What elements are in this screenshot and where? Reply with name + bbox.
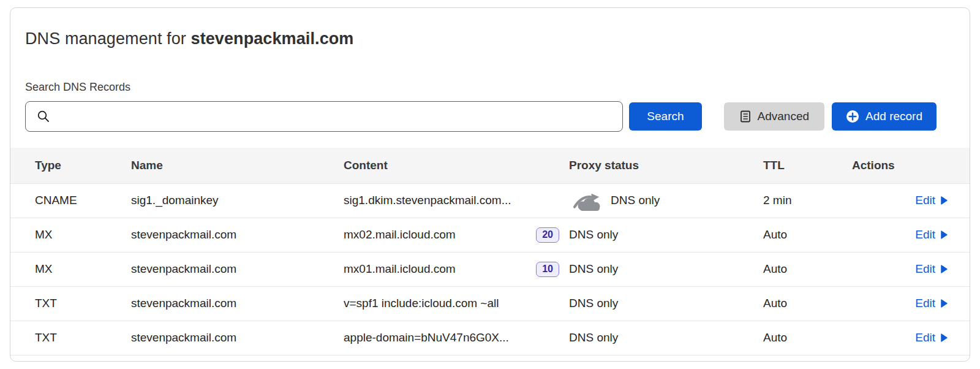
actions-cell: Edit bbox=[852, 252, 970, 286]
record-name: stevenpackmail.com bbox=[131, 286, 344, 321]
advanced-button[interactable]: Advanced bbox=[724, 102, 825, 131]
caret-right-icon bbox=[940, 265, 948, 273]
caret-right-icon bbox=[940, 333, 948, 342]
record-name: stevenpackmail.com bbox=[131, 321, 344, 355]
add-record-button-label: Add record bbox=[865, 110, 922, 123]
record-type: MX bbox=[10, 252, 131, 286]
search-button[interactable]: Search bbox=[629, 102, 701, 131]
proxy-status-cell: DNS only bbox=[569, 252, 763, 286]
edit-label: Edit bbox=[915, 262, 935, 276]
edit-label: Edit bbox=[915, 228, 935, 242]
add-record-button[interactable]: Add record bbox=[832, 102, 937, 131]
record-content: sig1.dkim.stevenpackmail.com... bbox=[344, 194, 569, 207]
record-ttl: Auto bbox=[763, 218, 852, 252]
table-row: TXT stevenpackmail.com apple-domain=bNuV… bbox=[10, 321, 970, 355]
edit-record-button[interactable]: Edit bbox=[915, 262, 948, 276]
edit-record-button[interactable]: Edit bbox=[915, 331, 948, 344]
dns-records-table: Type Name Content Proxy status TTL Actio… bbox=[10, 148, 970, 356]
record-type: MX bbox=[10, 218, 131, 252]
edit-record-button[interactable]: Edit bbox=[915, 194, 948, 207]
record-ttl: Auto bbox=[763, 321, 852, 355]
table-row: MX stevenpackmail.com mx02.mail.icloud.c… bbox=[10, 218, 970, 252]
proxy-status-text: DNS only bbox=[611, 194, 660, 207]
proxy-status-text: DNS only bbox=[569, 331, 618, 344]
record-name: sig1._domainkey bbox=[131, 183, 344, 218]
edit-label: Edit bbox=[915, 297, 935, 310]
column-header-proxy-status: Proxy status bbox=[569, 148, 763, 183]
edit-label: Edit bbox=[915, 194, 935, 207]
record-ttl: 2 min bbox=[763, 183, 852, 218]
search-button-label: Search bbox=[647, 110, 684, 123]
column-header-type: Type bbox=[10, 148, 131, 183]
table-header-row: Type Name Content Proxy status TTL Actio… bbox=[10, 148, 970, 183]
record-type: TXT bbox=[10, 321, 131, 355]
actions-cell: Edit bbox=[852, 321, 970, 355]
page-title-domain: stevenpackmail.com bbox=[191, 29, 354, 48]
proxy-status-cell: DNS only bbox=[569, 183, 763, 218]
edit-label: Edit bbox=[915, 331, 935, 344]
caret-right-icon bbox=[940, 299, 948, 308]
actions-cell: Edit bbox=[852, 218, 970, 252]
search-row: Search Advanced bbox=[25, 101, 955, 132]
actions-cell: Edit bbox=[852, 286, 970, 321]
priority-badge: 20 bbox=[536, 227, 559, 243]
list-document-icon bbox=[739, 110, 752, 123]
proxy-status-text: DNS only bbox=[569, 228, 618, 242]
record-content: mx01.mail.icloud.com bbox=[344, 262, 536, 276]
priority-badge: 10 bbox=[536, 262, 559, 277]
record-ttl: Auto bbox=[763, 286, 852, 321]
record-content: apple-domain=bNuV47n6G0X... bbox=[344, 331, 569, 344]
record-type: TXT bbox=[10, 286, 131, 321]
dns-management-card: DNS management for stevenpackmail.com Se… bbox=[10, 7, 970, 362]
search-box bbox=[25, 101, 623, 132]
proxy-status-cell: DNS only bbox=[569, 321, 763, 355]
dns-records-body: CNAME sig1._domainkey sig1.dkim.stevenpa… bbox=[10, 183, 970, 355]
caret-right-icon bbox=[940, 230, 948, 239]
edit-record-button[interactable]: Edit bbox=[915, 297, 948, 310]
advanced-button-label: Advanced bbox=[758, 110, 810, 123]
table-row: TXT stevenpackmail.com v=spf1 include:ic… bbox=[10, 286, 970, 321]
page-title-prefix: DNS management for bbox=[25, 29, 191, 48]
record-content: mx02.mail.icloud.com bbox=[344, 228, 536, 242]
column-header-ttl: TTL bbox=[763, 148, 852, 183]
edit-record-button[interactable]: Edit bbox=[915, 228, 948, 242]
column-header-content: Content bbox=[344, 148, 569, 183]
proxy-status-cell: DNS only bbox=[569, 286, 763, 321]
proxy-status-text: DNS only bbox=[569, 297, 618, 310]
column-header-actions: Actions bbox=[852, 148, 970, 183]
record-content-cell: v=spf1 include:icloud.com ~all bbox=[344, 286, 569, 321]
proxy-status-cell: DNS only bbox=[569, 218, 763, 252]
search-label: Search DNS Records bbox=[25, 80, 955, 94]
record-name: stevenpackmail.com bbox=[131, 218, 344, 252]
table-row: MX stevenpackmail.com mx01.mail.icloud.c… bbox=[10, 252, 970, 286]
record-name: stevenpackmail.com bbox=[131, 252, 344, 286]
search-input[interactable] bbox=[25, 101, 623, 132]
grey-cloud-arrow-icon bbox=[573, 192, 602, 211]
plus-circle-icon bbox=[846, 110, 859, 123]
page-title: DNS management for stevenpackmail.com bbox=[25, 28, 955, 50]
actions-cell: Edit bbox=[852, 183, 970, 218]
record-content: v=spf1 include:icloud.com ~all bbox=[344, 297, 569, 310]
record-ttl: Auto bbox=[763, 252, 852, 286]
card-top-section: DNS management for stevenpackmail.com Se… bbox=[10, 8, 970, 132]
caret-right-icon bbox=[940, 196, 948, 205]
record-content-cell: apple-domain=bNuV47n6G0X... bbox=[344, 321, 569, 355]
table-row: CNAME sig1._domainkey sig1.dkim.stevenpa… bbox=[10, 183, 970, 218]
record-content-cell: mx02.mail.icloud.com 20 bbox=[344, 218, 569, 252]
record-type: CNAME bbox=[10, 183, 131, 218]
record-content-cell: sig1.dkim.stevenpackmail.com... bbox=[344, 183, 569, 218]
record-content-cell: mx01.mail.icloud.com 10 bbox=[344, 252, 569, 286]
proxy-status-text: DNS only bbox=[569, 262, 618, 276]
column-header-name: Name bbox=[131, 148, 344, 183]
